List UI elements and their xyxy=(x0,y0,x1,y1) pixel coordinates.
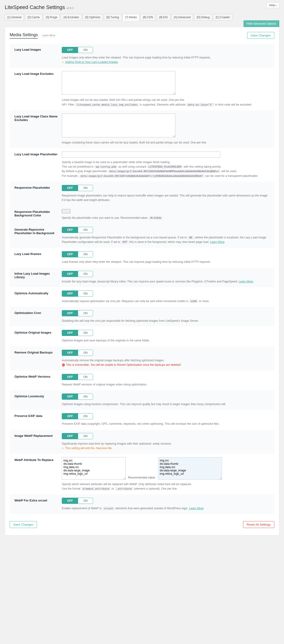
label-opt-cron: Optimization Cron xyxy=(10,307,62,326)
textarea-lazy-class-excludes[interactable] xyxy=(62,114,175,137)
label-lazy-class-excludes: Lazy Load Image Class Name Excludes xyxy=(10,110,62,148)
label-inline-lib: Inline Lazy Load Images Library xyxy=(10,268,62,287)
label-responsive-placeholder: Responsive Placeholder xyxy=(10,182,62,206)
toggle-webp-replacement[interactable]: OFFON xyxy=(62,433,93,439)
toggle-lazy-iframes[interactable]: OFFON xyxy=(62,251,93,257)
textarea-webp-attr-recommended xyxy=(158,457,222,480)
learn-more-srcset[interactable]: Learn More xyxy=(189,507,204,510)
warn-icon xyxy=(62,446,65,450)
tip-icon xyxy=(62,60,65,64)
toggle-exif[interactable]: OFFON xyxy=(62,413,93,419)
toggle-optimize-auto[interactable]: OFFON xyxy=(62,290,93,297)
reset-button[interactable]: Reset All Settings xyxy=(243,521,274,528)
label-webp-srcset: WebP For Extra srcset xyxy=(10,494,62,514)
learn-more-inline[interactable]: Learn More xyxy=(238,280,253,283)
toggle-generate-bg[interactable]: OFFON xyxy=(62,227,93,233)
learn-more-link[interactable]: Learn More xyxy=(42,34,56,38)
tab-5[interactable]: [6] Tuning xyxy=(104,14,122,20)
toggle-opt-original[interactable]: OFFON xyxy=(62,330,93,336)
label-optimize-auto: Optimize Automatically xyxy=(10,287,62,307)
tab-3[interactable]: [4] Excludes xyxy=(61,14,82,20)
tab-10[interactable]: [D] Debug xyxy=(194,14,212,20)
label-lazy-placeholder: Lazy Load Image Placeholder xyxy=(10,148,62,182)
toggle-opt-cron[interactable]: OFFON xyxy=(62,310,93,316)
label-webp-versions: Optimize WebP Versions xyxy=(10,370,62,390)
toggle-lazy-images[interactable]: OFFON xyxy=(62,47,93,53)
lazy-style-link[interactable]: Adding Style to Your Lazy-Loaded Images xyxy=(65,60,118,64)
textarea-lazy-excludes[interactable] xyxy=(62,71,175,95)
label-lazy-excludes: Lazy Load Image Excludes xyxy=(10,68,62,110)
label-lazy-images: Lazy Load Images xyxy=(10,44,62,68)
label-exif: Preserve EXIF data xyxy=(10,410,62,430)
save-button-bottom[interactable]: Save Changes xyxy=(10,521,37,528)
help-button[interactable]: Help xyxy=(266,2,279,8)
section-title: Media Settings xyxy=(10,32,38,38)
tab-2[interactable]: [3] Purge xyxy=(43,14,60,20)
tab-7[interactable]: [8] CDN xyxy=(140,14,156,20)
input-lazy-placeholder[interactable] xyxy=(62,152,220,158)
toggle-remove-backups[interactable]: OFFON xyxy=(62,350,93,356)
textarea-webp-attr[interactable] xyxy=(62,457,126,480)
tab-9[interactable]: [A] Advanced xyxy=(171,14,193,20)
page-title: LiteSpeed Cache Settings v2.9.3 xyxy=(5,4,279,10)
tabs: [1] General[2] Cache[3] Purge[4] Exclude… xyxy=(5,14,279,20)
label-webp-attribute: WebP Attribute To Replace xyxy=(10,454,62,494)
label-webp-replacement: Image WebP Replacement xyxy=(10,430,62,454)
label-generate-bg: Generate Reponsive Placeholder In Backgr… xyxy=(10,224,62,248)
save-button-top[interactable]: Save Changes xyxy=(247,32,274,39)
label-opt-original: Optimize Original Images xyxy=(10,326,62,346)
tab-8[interactable]: [9] ESI xyxy=(157,14,170,20)
toggle-webp-versions[interactable]: OFFON xyxy=(62,374,93,380)
toggle-lossless[interactable]: OFFON xyxy=(62,394,93,400)
tab-1[interactable]: [2] Cache xyxy=(25,14,42,20)
toggle-webp-srcset[interactable]: OFFON xyxy=(62,498,93,504)
learn-more-gen-bg[interactable]: Learn More xyxy=(210,240,224,244)
label-remove-backups: Remove Original Backups xyxy=(10,346,62,370)
label-lossless: Optimize Losslessly xyxy=(10,390,62,410)
tab-6[interactable]: [7] Media xyxy=(122,14,140,20)
toggle-responsive-placeholder[interactable]: OFFON xyxy=(62,185,93,191)
tab-4[interactable]: [5] Optimize xyxy=(82,14,103,20)
label-responsive-bg: Responsive Placeholder Background Color xyxy=(10,206,62,224)
tab-0[interactable]: [1] General xyxy=(5,14,24,20)
label-lazy-iframes: Lazy Load Iframes xyxy=(10,248,62,268)
toggle-inline-lib[interactable]: OFFON xyxy=(62,271,93,277)
danger-icon xyxy=(62,363,66,366)
hide-advanced-button[interactable]: Hide Advanced Options xyxy=(244,20,279,27)
tab-11[interactable]: [C] Crawler xyxy=(213,14,232,20)
color-picker[interactable] xyxy=(62,209,70,213)
